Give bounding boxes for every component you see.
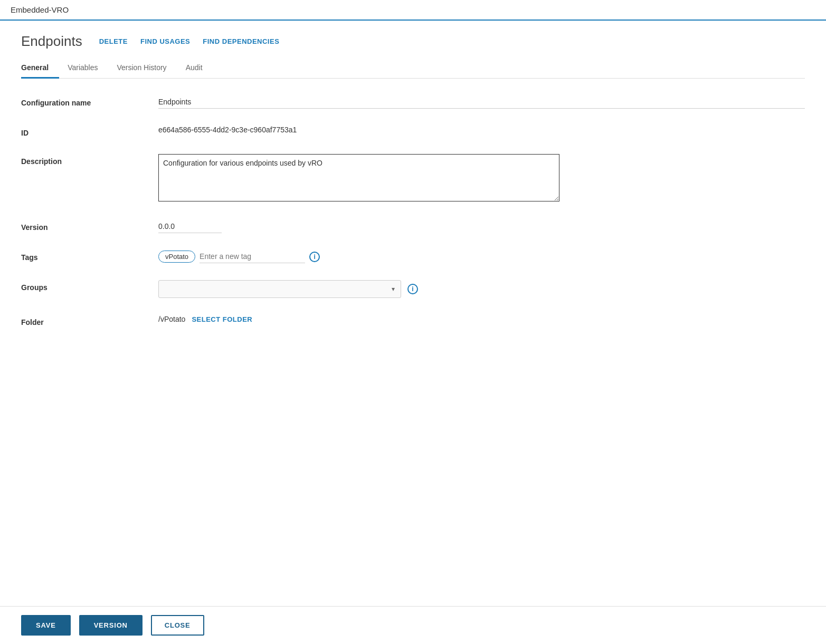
- description-value: [158, 154, 805, 203]
- version-input[interactable]: [158, 220, 222, 233]
- close-button[interactable]: CLOSE: [151, 615, 204, 636]
- select-folder-link[interactable]: SELECT FOLDER: [192, 315, 252, 323]
- save-button[interactable]: SAVE: [21, 615, 71, 636]
- page-title: Endpoints: [21, 33, 82, 50]
- find-dependencies-action[interactable]: FIND DEPENDENCIES: [203, 37, 279, 45]
- id-value: e664a586-6555-4dd2-9c3e-c960af7753a1: [158, 126, 805, 134]
- version-button[interactable]: VERSION: [79, 615, 143, 636]
- version-value: [158, 220, 805, 233]
- folder-path-text: /vPotato: [158, 315, 185, 323]
- tags-container: vPotato i: [158, 250, 805, 263]
- delete-action[interactable]: DELETE: [99, 37, 128, 45]
- tabs-container: General Variables Version History Audit: [21, 58, 805, 79]
- description-row: Description: [21, 154, 805, 203]
- groups-select-wrapper: ▾: [158, 280, 401, 298]
- folder-value: /vPotato SELECT FOLDER: [158, 315, 805, 323]
- version-row: Version: [21, 220, 805, 233]
- form-area: Configuration name ID e664a586-6555-4dd2…: [0, 79, 826, 360]
- groups-label: Groups: [21, 280, 158, 292]
- main-content: Endpoints DELETE FIND USAGES FIND DEPEND…: [0, 21, 826, 641]
- groups-select[interactable]: [158, 280, 401, 298]
- groups-value: ▾ i: [158, 280, 805, 298]
- app-header: Embedded-VRO: [0, 0, 826, 21]
- tags-row: Tags vPotato i: [21, 250, 805, 263]
- config-name-input[interactable]: [158, 95, 805, 109]
- id-label: ID: [21, 126, 158, 137]
- id-display: e664a586-6555-4dd2-9c3e-c960af7753a1: [158, 123, 297, 136]
- app-title: Embedded-VRO: [11, 5, 69, 14]
- tags-info-icon[interactable]: i: [309, 252, 320, 262]
- find-usages-action[interactable]: FIND USAGES: [140, 37, 190, 45]
- description-label: Description: [21, 154, 158, 166]
- config-name-value: [158, 95, 805, 109]
- tab-version-history[interactable]: Version History: [117, 58, 177, 79]
- config-name-row: Configuration name: [21, 95, 805, 109]
- header-actions: DELETE FIND USAGES FIND DEPENDENCIES: [99, 37, 280, 45]
- tag-input[interactable]: [200, 250, 305, 263]
- version-label: Version: [21, 220, 158, 232]
- page-header-row: Endpoints DELETE FIND USAGES FIND DEPEND…: [21, 33, 805, 50]
- tab-variables[interactable]: Variables: [68, 58, 108, 79]
- groups-row: Groups ▾ i: [21, 280, 805, 298]
- folder-label: Folder: [21, 315, 158, 326]
- folder-path-row: /vPotato SELECT FOLDER: [158, 315, 805, 323]
- tags-value: vPotato i: [158, 250, 805, 263]
- id-row: ID e664a586-6555-4dd2-9c3e-c960af7753a1: [21, 126, 805, 137]
- groups-info-icon[interactable]: i: [407, 284, 418, 294]
- config-name-label: Configuration name: [21, 95, 158, 107]
- folder-row: Folder /vPotato SELECT FOLDER: [21, 315, 805, 326]
- groups-input-row: ▾ i: [158, 280, 805, 298]
- tab-audit[interactable]: Audit: [186, 58, 213, 79]
- tab-general[interactable]: General: [21, 58, 59, 79]
- description-input[interactable]: [158, 154, 559, 201]
- footer-bar: SAVE VERSION CLOSE: [0, 606, 826, 644]
- page-header: Endpoints DELETE FIND USAGES FIND DEPEND…: [0, 21, 826, 79]
- tags-label: Tags: [21, 250, 158, 262]
- tag-item[interactable]: vPotato: [158, 251, 195, 263]
